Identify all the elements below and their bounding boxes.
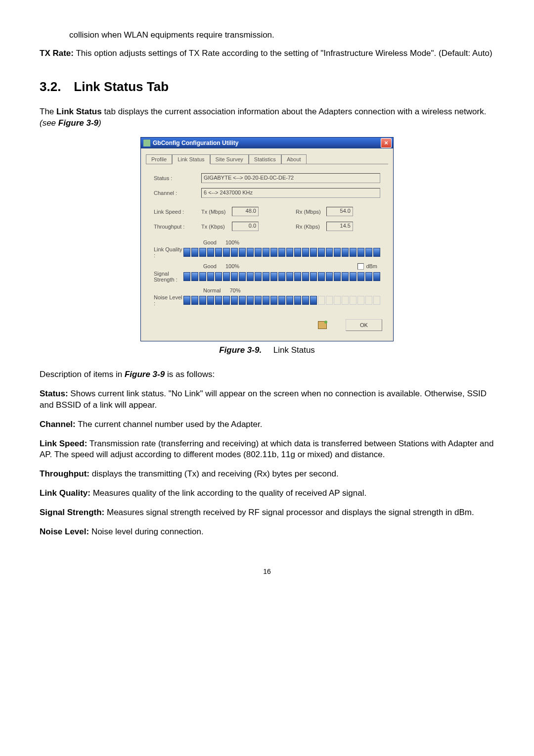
text: ) — [98, 118, 101, 128]
def-label: Signal Strength: — [40, 508, 104, 517]
def-linkquality: Link Quality: Measures quality of the li… — [40, 488, 494, 499]
text: Figure 3-9 — [58, 118, 98, 128]
def-label: Channel: — [40, 420, 76, 429]
def-throughput: Throughput: displays the transmitting (T… — [40, 469, 494, 480]
def-channel: Channel: The current channel number used… — [40, 419, 494, 430]
tab-statistics[interactable]: Statistics — [249, 154, 281, 164]
caption-text: Link Status — [273, 345, 315, 355]
text: Figure 3-9 — [125, 370, 165, 379]
lq-status: Good — [203, 239, 217, 245]
noise-status: Normal — [203, 287, 221, 293]
tab-link-status[interactable]: Link Status — [172, 154, 210, 164]
noise-bars — [183, 296, 380, 305]
def-label: Link Speed: — [40, 439, 87, 448]
ss-pct: 100% — [225, 263, 239, 269]
tab-site-survey[interactable]: Site Survey — [210, 154, 249, 164]
tx-mbps-value: 48.0 — [232, 207, 259, 216]
def-body: Measures signal strength received by RF … — [104, 508, 474, 517]
window-title: GbConfig Configuration Utility — [153, 140, 238, 146]
text: tab displays the current association inf… — [102, 107, 487, 116]
lq-label: Link Quality : — [154, 246, 183, 258]
throughput-label: Throughput : — [154, 224, 201, 230]
channel-label: Channel : — [154, 190, 201, 196]
tab-profile[interactable]: Profile — [146, 154, 172, 164]
text: The — [40, 107, 56, 116]
link-quality-meter: Good 100% Link Quality : — [154, 239, 380, 258]
dbm-label: dBm — [366, 263, 377, 269]
text: Description of items in — [40, 370, 125, 379]
tray-icon[interactable] — [318, 321, 327, 329]
linkspeed-label: Link Speed : — [154, 209, 201, 215]
ss-bars — [183, 272, 380, 281]
text: is as follows: — [165, 370, 215, 379]
close-button[interactable]: × — [381, 138, 392, 148]
def-body: Measures quality of the link according t… — [90, 488, 366, 498]
def-label: Throughput: — [40, 469, 89, 478]
def-status: Status: Shows current link status. "No L… — [40, 388, 494, 411]
noise-level-meter: Normal 70% Noise Level : — [154, 287, 380, 306]
def-label: Noise Level: — [40, 527, 89, 536]
caption-fig: Figure 3-9. — [219, 345, 262, 355]
rx-kbps-label: Rx (Kbps) — [296, 224, 323, 230]
channel-value: 6 <--> 2437000 KHz — [201, 188, 380, 198]
tx-kbps-label: Tx (Kbps) — [201, 224, 229, 230]
def-body: Noise level during connection. — [89, 527, 204, 536]
def-label: Link Quality: — [40, 488, 90, 498]
status-value: GIGABYTE <--> 00-20-ED-0C-DE-72 — [201, 173, 380, 183]
def-signalstrength: Signal Strength: Measures signal strengt… — [40, 507, 494, 519]
def-linkspeed: Link Speed: Transmission rate (transferr… — [40, 438, 494, 461]
tab-about[interactable]: About — [281, 154, 307, 164]
lq-bars — [183, 248, 380, 257]
def-body: The current channel number used by the A… — [76, 420, 263, 429]
status-label: Status : — [154, 175, 201, 181]
def-noise: Noise Level: Noise level during connecti… — [40, 526, 494, 538]
intro-paragraph: The Link Status tab displays the current… — [40, 106, 494, 129]
tx-kbps-value: 0.0 — [232, 222, 259, 231]
text: (see — [40, 118, 58, 128]
text: Link Status — [56, 107, 102, 116]
rx-mbps-value: 54.0 — [326, 207, 353, 216]
ok-button[interactable]: OK — [346, 319, 382, 331]
lq-pct: 100% — [225, 239, 239, 245]
ss-status: Good — [203, 263, 217, 269]
def-label: Status: — [40, 389, 68, 398]
signal-strength-meter: Good 100% dBm Signal Strength : — [154, 263, 380, 283]
def-body: displays the transmitting (Tx) and recei… — [89, 469, 339, 478]
txrate-definition: TX Rate: This option adjusts settings of… — [40, 48, 494, 59]
intro-continuation: collision when WLAN equipments require t… — [69, 30, 494, 41]
rx-kbps-value: 14.5 — [326, 222, 353, 231]
def-body: Transmission rate (transferring and rece… — [40, 439, 493, 460]
rx-mbps-label: Rx (Mbps) — [296, 209, 323, 215]
def-body: Shows current link status. "No Link" wil… — [40, 389, 487, 410]
figure-caption: Figure 3-9. Link Status — [40, 345, 494, 355]
noise-label: Noise Level : — [154, 294, 183, 306]
ss-label: Signal Strength : — [154, 271, 183, 283]
titlebar: GbConfig Configuration Utility × — [141, 138, 393, 148]
app-icon — [143, 139, 151, 147]
txrate-body-first: This option adjusts settings of TX Rate … — [74, 48, 492, 58]
txrate-label: TX Rate: — [40, 48, 74, 58]
noise-pct: 70% — [229, 287, 240, 293]
section-heading: 3.2. Link Status Tab — [40, 79, 494, 94]
dbm-checkbox[interactable] — [357, 263, 364, 270]
desc-intro: Description of items in Figure 3-9 is as… — [40, 369, 494, 380]
page-number: 16 — [40, 567, 494, 575]
config-dialog: GbConfig Configuration Utility × Profile… — [140, 137, 394, 341]
tabstrip: Profile Link Status Site Survey Statisti… — [146, 154, 388, 164]
tx-mbps-label: Tx (Mbps) — [201, 209, 229, 215]
